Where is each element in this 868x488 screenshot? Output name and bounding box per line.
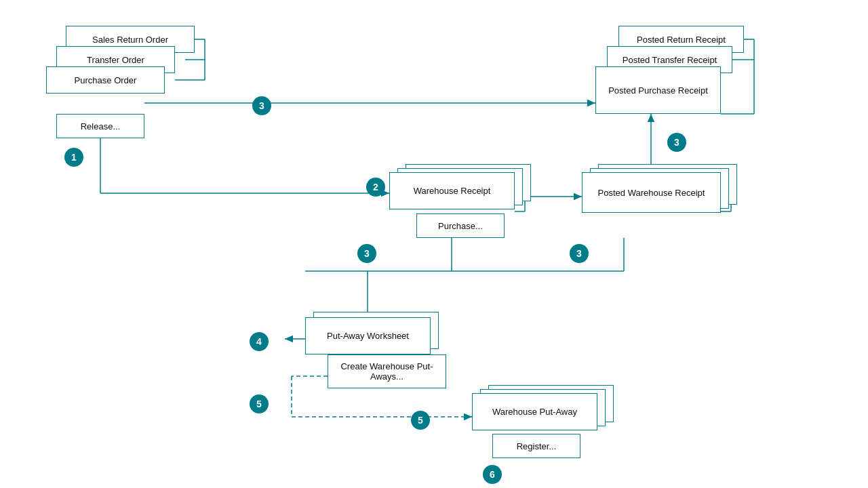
badge-5a: 5 bbox=[250, 394, 269, 413]
diagram: Sales Return Order Transfer Order Purcha… bbox=[0, 0, 868, 488]
badge-6: 6 bbox=[483, 465, 502, 484]
posted-purchase-receipt-box: Posted Purchase Receipt bbox=[595, 66, 721, 114]
put-away-worksheet-box: Put-Away Worksheet bbox=[305, 317, 431, 354]
badge-1: 1 bbox=[64, 148, 83, 167]
register-box: Register... bbox=[492, 434, 580, 458]
create-warehouse-put-aways-box: Create Warehouse Put-Aways... bbox=[328, 354, 446, 388]
warehouse-receipt-box: Warehouse Receipt bbox=[389, 172, 515, 209]
badge-2: 2 bbox=[366, 178, 385, 197]
badge-3a: 3 bbox=[252, 96, 271, 115]
warehouse-put-away-box: Warehouse Put-Away bbox=[472, 393, 597, 430]
badge-5b: 5 bbox=[411, 411, 430, 430]
badge-3d: 3 bbox=[570, 244, 589, 263]
badge-3c: 3 bbox=[357, 244, 376, 263]
badge-4: 4 bbox=[250, 332, 269, 351]
posted-warehouse-receipt-box: Posted Warehouse Receipt bbox=[582, 172, 721, 213]
purchase-sub-box: Purchase... bbox=[416, 214, 505, 238]
release-box: Release... bbox=[56, 114, 144, 138]
purchase-order-box: Purchase Order bbox=[46, 66, 165, 94]
badge-3b: 3 bbox=[667, 133, 686, 152]
